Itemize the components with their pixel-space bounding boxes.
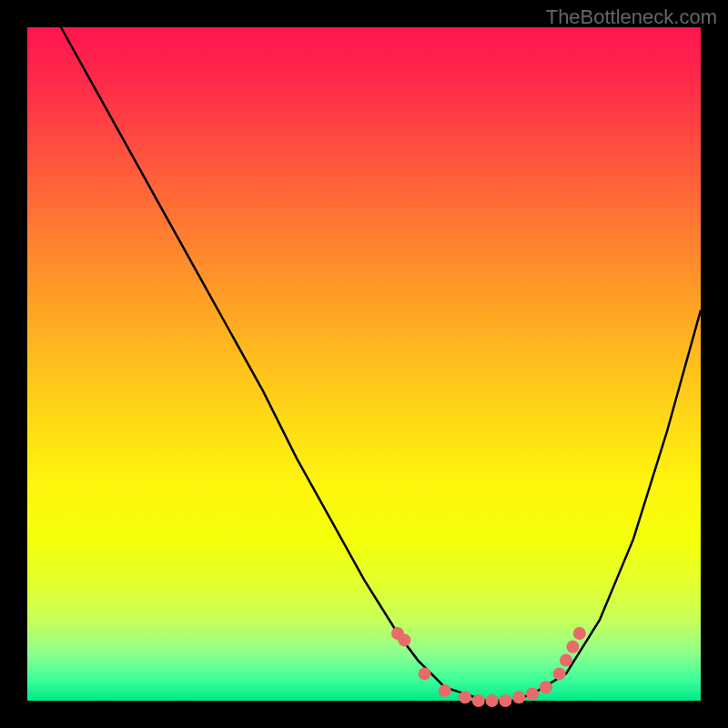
curve-marker [566, 641, 579, 653]
curve-marker [439, 684, 451, 697]
curve-marker [459, 691, 471, 703]
bottleneck-chart [27, 27, 701, 701]
curve-marker [486, 694, 499, 707]
curve-marker [472, 694, 485, 707]
curve-markers-group [391, 627, 586, 707]
curve-marker [398, 633, 410, 646]
curve-marker [553, 667, 566, 680]
curve-marker [499, 694, 511, 707]
curve-marker [573, 627, 586, 640]
curve-marker [526, 688, 539, 701]
bottleneck-curve-line [61, 27, 701, 701]
curve-marker [419, 667, 431, 680]
watermark-text: TheBottleneck.com [546, 5, 717, 29]
curve-marker [560, 654, 572, 667]
curve-marker [512, 691, 525, 703]
chart-gradient-background [27, 27, 701, 701]
curve-marker [540, 681, 552, 693]
